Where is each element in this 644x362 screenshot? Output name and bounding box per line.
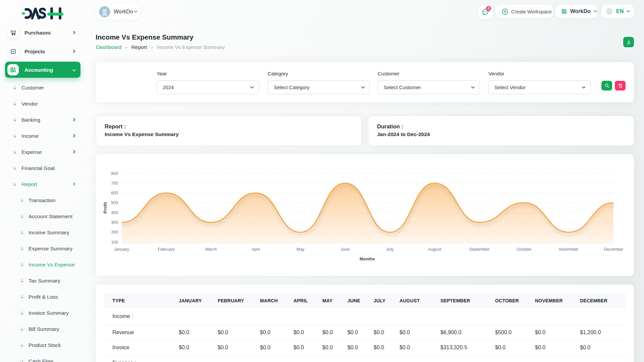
svg-text:February: February <box>158 247 175 252</box>
svg-text:400: 400 <box>111 210 118 215</box>
svg-text:Months: Months <box>360 256 375 261</box>
svg-text:300: 300 <box>111 220 118 225</box>
svg-text:March: March <box>205 247 217 252</box>
svg-text:January: January <box>114 247 129 252</box>
svg-text:April: April <box>252 247 260 252</box>
svg-text:June: June <box>341 247 350 252</box>
svg-text:600: 600 <box>111 191 118 195</box>
svg-text:Profit: Profit <box>103 202 108 214</box>
svg-text:200: 200 <box>111 230 118 235</box>
svg-text:September: September <box>469 247 489 252</box>
svg-text:August: August <box>428 247 441 252</box>
svg-text:October: October <box>517 247 531 252</box>
svg-text:100: 100 <box>111 240 118 245</box>
svg-text:500: 500 <box>111 200 118 205</box>
svg-text:700: 700 <box>111 181 118 186</box>
svg-text:July: July <box>386 247 394 252</box>
svg-text:December: December <box>604 247 623 252</box>
svg-text:November: November <box>559 247 579 252</box>
svg-text:800: 800 <box>111 171 118 176</box>
svg-text:May: May <box>297 247 305 252</box>
